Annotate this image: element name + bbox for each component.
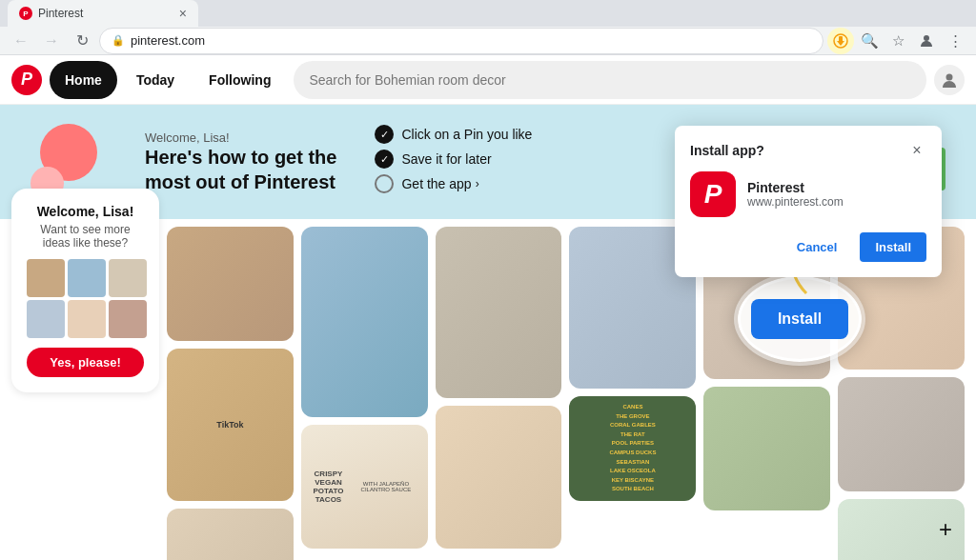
address-bar[interactable]: 🔒 pinterest.com xyxy=(99,28,824,54)
tab-favicon: P xyxy=(19,7,32,20)
browser-tab[interactable]: P Pinterest × xyxy=(8,0,198,27)
nav-home[interactable]: Home xyxy=(50,61,117,99)
yes-please-button[interactable]: Yes, please! xyxy=(27,348,144,377)
add-pin-button[interactable]: + xyxy=(930,514,961,545)
forward-button[interactable]: → xyxy=(38,28,65,54)
header-actions xyxy=(934,65,965,95)
search-button[interactable]: 🔍 xyxy=(856,28,883,54)
list-item[interactable] xyxy=(167,509,294,560)
tab-title: Pinterest xyxy=(38,7,83,20)
browser-chrome: P Pinterest × ← → ↻ 🔒 pinterest.com 🔍 ☆ xyxy=(0,0,976,55)
pinterest-logo[interactable]: P xyxy=(11,65,42,95)
nav-today[interactable]: Today xyxy=(121,61,190,99)
check-icon-2: ✓ xyxy=(375,150,394,169)
url-text: pinterest.com xyxy=(131,33,205,48)
check-icon-3 xyxy=(375,174,394,193)
popup-cancel-button[interactable]: Cancel xyxy=(782,232,853,262)
list-item[interactable] xyxy=(838,377,965,491)
pinterest-main: Welcome, Lisa! Here's how to get the mos… xyxy=(0,105,976,560)
browser-toolbar: ← → ↻ 🔒 pinterest.com 🔍 ☆ xyxy=(0,27,976,54)
pinterest-header: P Home Today Following xyxy=(0,55,976,105)
pinterest-app: P Home Today Following Welcome, Lisa xyxy=(0,55,976,560)
masonry-col-1: CRISPY VEGANPOTATO TACOSWITH JALAPEÑO CI… xyxy=(301,227,428,560)
pinterest-nav: Home Today Following xyxy=(50,61,286,99)
profile-button[interactable] xyxy=(913,28,940,54)
toolbar-actions: 🔍 ☆ ⋮ xyxy=(827,28,968,54)
popup-app-url: www.pinterest.com xyxy=(747,195,844,209)
avatar-4 xyxy=(68,300,106,338)
sidebar-welcome-subtitle: Want to see more ideas like these? xyxy=(27,223,144,250)
masonry-col-2 xyxy=(436,227,562,560)
search-input[interactable] xyxy=(294,61,926,99)
avatar-3 xyxy=(27,300,65,338)
list-item[interactable] xyxy=(436,227,562,398)
svg-point-4 xyxy=(946,73,953,80)
popup-install-button[interactable]: Install xyxy=(860,232,926,262)
popup-header: Install app? × xyxy=(690,141,926,160)
nav-following[interactable]: Following xyxy=(193,61,286,99)
step-2-text: Save it for later xyxy=(401,151,491,167)
banner-text: Welcome, Lisa! Here's how to get the mos… xyxy=(145,130,336,194)
popup-actions: Cancel Install xyxy=(690,232,926,262)
list-item[interactable]: CANESTHE GROVECORAL GABLESTHE RATPOOL PA… xyxy=(569,396,696,501)
popup-app-details: Pinterest www.pinterest.com xyxy=(747,180,844,209)
popup-app-info: P Pinterest www.pinterest.com xyxy=(690,171,926,217)
install-app-popup: Install app? × P Pinterest www.pinterest… xyxy=(675,126,942,277)
sidebar-avatar-grid xyxy=(27,259,144,338)
sidebar-welcome-widget: Welcome, Lisa! Want to see more ideas li… xyxy=(11,189,159,392)
masonry-col-3: CANESTHE GROVECORAL GABLESTHE RATPOOL PA… xyxy=(569,227,696,560)
step-3-text: Get the app › xyxy=(401,176,478,191)
svg-marker-2 xyxy=(837,41,844,46)
tab-close-button[interactable]: × xyxy=(179,6,187,21)
user-avatar[interactable] xyxy=(934,65,965,95)
list-item[interactable] xyxy=(167,227,294,341)
list-item[interactable] xyxy=(436,406,562,549)
install-app-button[interactable] xyxy=(827,28,854,54)
avatar-5 xyxy=(109,300,147,338)
get-app-arrow: › xyxy=(476,177,479,190)
avatar-2 xyxy=(109,259,147,297)
step-1-text: Click on a Pin you like xyxy=(401,127,532,142)
svg-point-3 xyxy=(924,35,929,41)
avatar-0 xyxy=(27,259,65,297)
banner-welcome: Welcome, Lisa! xyxy=(145,130,336,145)
popup-app-icon: P xyxy=(690,171,736,217)
avatar-1 xyxy=(68,259,106,297)
lock-icon: 🔒 xyxy=(112,34,125,47)
banner-headline: Here's how to get the most out of Pinter… xyxy=(145,145,336,194)
sidebar-welcome-title: Welcome, Lisa! xyxy=(27,204,144,219)
popup-title: Install app? xyxy=(690,143,764,158)
list-item[interactable] xyxy=(301,227,428,417)
list-item[interactable] xyxy=(703,387,830,510)
list-item[interactable]: CRISPY VEGANPOTATO TACOSWITH JALAPEÑO CI… xyxy=(301,425,428,549)
masonry-col-0: TikTok xyxy=(167,227,294,560)
popup-app-name: Pinterest xyxy=(747,180,844,195)
check-icon-1: ✓ xyxy=(375,125,394,144)
bookmark-button[interactable]: ☆ xyxy=(884,28,911,54)
popup-close-button[interactable]: × xyxy=(907,141,926,160)
list-item[interactable]: TikTok xyxy=(167,349,294,501)
reload-button[interactable]: ↻ xyxy=(69,28,95,54)
back-button[interactable]: ← xyxy=(8,28,34,54)
menu-button[interactable]: ⋮ xyxy=(942,28,968,54)
browser-tabs: P Pinterest × xyxy=(0,0,976,27)
